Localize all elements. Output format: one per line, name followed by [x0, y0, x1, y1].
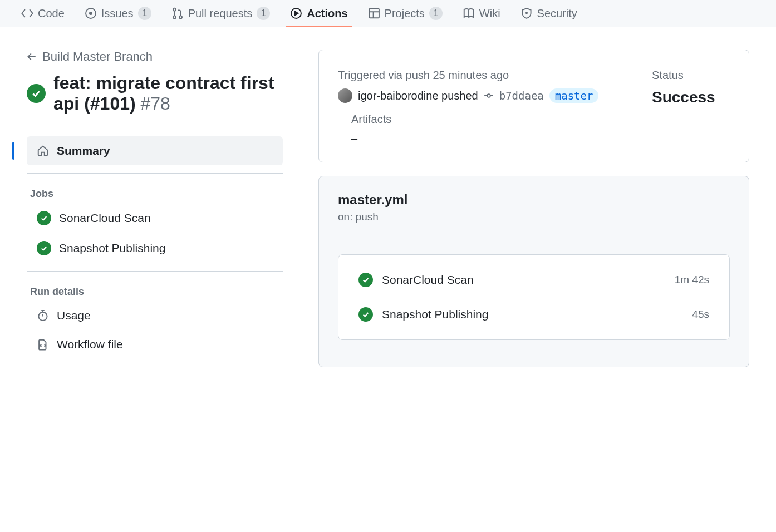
job-name: SonarCloud Scan: [382, 273, 666, 287]
job-card: SonarCloud Scan 1m 42s Snapshot Publishi…: [338, 254, 730, 340]
pull-request-icon: [171, 7, 184, 19]
tab-issues-label: Issues: [101, 7, 134, 20]
tab-actions-label: Actions: [307, 7, 347, 20]
jobs-header: Jobs: [27, 181, 283, 203]
sidebar-summary[interactable]: Summary: [27, 136, 283, 165]
tab-wiki-label: Wiki: [479, 7, 500, 20]
status-value: Success: [652, 88, 730, 106]
branch-label[interactable]: master: [549, 88, 599, 103]
book-icon: [463, 7, 475, 19]
breadcrumb: Build Master Branch: [27, 50, 283, 64]
tab-issues[interactable]: Issues 1: [77, 0, 159, 27]
tab-security[interactable]: Security: [513, 0, 585, 27]
job-label: Snapshot Publishing: [59, 242, 165, 255]
status-label: Status: [652, 69, 730, 82]
job-time: 1m 42s: [675, 274, 709, 286]
tab-wiki[interactable]: Wiki: [455, 0, 508, 27]
play-icon: [290, 7, 302, 19]
avatar: [338, 88, 352, 103]
sidebar-job-sonarcloud[interactable]: SonarCloud Scan: [27, 203, 283, 233]
actor-link[interactable]: igor-baiborodine: [358, 90, 439, 102]
code-icon: [21, 7, 33, 19]
sidebar-usage[interactable]: Usage: [27, 301, 283, 330]
push-line: igor-baiborodine pushed b7ddaea master: [338, 88, 625, 103]
commit-sha[interactable]: b7ddaea: [499, 90, 544, 102]
job-name: Snapshot Publishing: [382, 308, 683, 321]
summary-panel: Triggered via push 25 minutes ago igor-b…: [318, 50, 749, 162]
check-circle-icon: [358, 307, 373, 322]
svg-rect-6: [369, 9, 379, 18]
artifacts-value: –: [351, 132, 625, 145]
issue-icon: [85, 7, 97, 19]
tab-pulls[interactable]: Pull requests 1: [164, 0, 278, 27]
workflow-panel: master.yml on: push SonarCloud Scan 1m 4…: [318, 176, 749, 367]
svg-point-3: [173, 16, 176, 18]
page-title: feat: migrate contract first api (#101) …: [53, 73, 283, 114]
page-title-row: feat: migrate contract first api (#101) …: [27, 73, 283, 114]
run-details-header: Run details: [27, 279, 283, 301]
job-time: 45s: [692, 308, 709, 321]
shield-icon: [520, 7, 533, 19]
workflow-file-name: master.yml: [338, 192, 730, 208]
job-row-snapshot[interactable]: Snapshot Publishing 45s: [354, 297, 714, 332]
pushed-word: pushed: [439, 90, 478, 102]
arrow-left-icon: [27, 52, 37, 62]
tab-code[interactable]: Code: [13, 0, 72, 27]
svg-point-7: [526, 12, 527, 13]
back-label: Build Master Branch: [42, 50, 153, 64]
commit-icon: [484, 91, 494, 101]
check-circle-icon: [358, 273, 373, 287]
back-link[interactable]: Build Master Branch: [27, 50, 153, 64]
tab-projects-label: Projects: [385, 7, 425, 20]
workflow-file-icon: [37, 338, 49, 351]
workflow-file-label: Workflow file: [57, 338, 123, 351]
repo-nav: Code Issues 1 Pull requests 1 Actions Pr…: [0, 0, 776, 27]
sidebar-workflow-file[interactable]: Workflow file: [27, 330, 283, 359]
stopwatch-icon: [37, 309, 49, 322]
projects-count: 1: [429, 7, 443, 20]
job-row-sonarcloud[interactable]: SonarCloud Scan 1m 42s: [354, 263, 714, 297]
tab-pulls-label: Pull requests: [188, 7, 253, 20]
tab-projects[interactable]: Projects 1: [360, 0, 450, 27]
check-circle-icon: [37, 241, 51, 255]
tab-security-label: Security: [537, 7, 577, 20]
trigger-line: Triggered via push 25 minutes ago: [338, 69, 625, 82]
divider: [27, 173, 283, 174]
table-icon: [368, 7, 380, 19]
issues-count: 1: [138, 7, 151, 20]
tab-actions[interactable]: Actions: [282, 0, 355, 27]
svg-point-9: [487, 94, 490, 97]
home-icon: [37, 145, 49, 157]
job-label: SonarCloud Scan: [59, 211, 151, 225]
check-circle-icon: [27, 84, 46, 103]
check-circle-icon: [37, 211, 51, 225]
divider: [27, 271, 283, 272]
tab-code-label: Code: [38, 7, 65, 20]
sidebar-summary-label: Summary: [57, 144, 110, 157]
pulls-count: 1: [257, 7, 270, 20]
artifacts-label: Artifacts: [351, 113, 625, 126]
sidebar-job-snapshot[interactable]: Snapshot Publishing: [27, 233, 283, 263]
svg-point-4: [179, 16, 182, 18]
run-number: #78: [141, 93, 170, 114]
usage-label: Usage: [57, 309, 91, 322]
svg-point-2: [173, 8, 176, 11]
svg-point-1: [90, 12, 92, 14]
workflow-on-line: on: push: [338, 211, 730, 223]
